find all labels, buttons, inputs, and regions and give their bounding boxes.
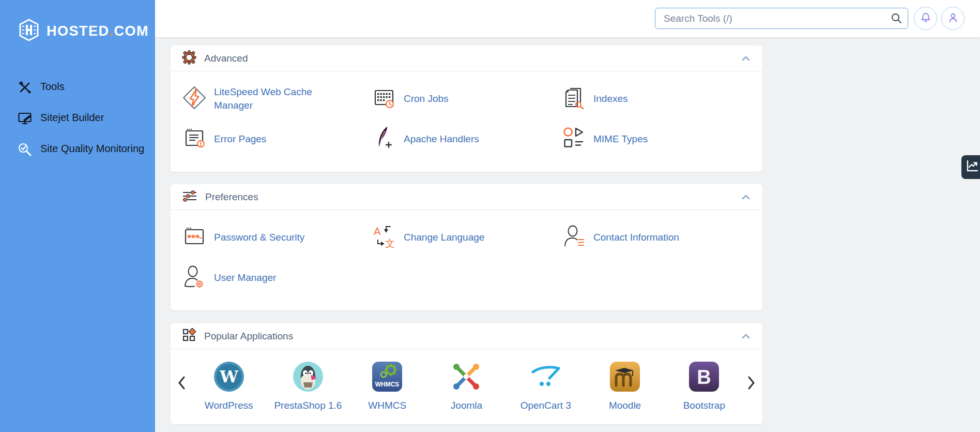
sidebar-item-sitejet-builder[interactable]: Sitejet Builder <box>0 103 155 135</box>
app-label: OpenCart 3 <box>520 400 571 411</box>
tool-label: LiteSpeed Web Cache Manager <box>214 85 333 112</box>
sliders-icon <box>182 189 197 205</box>
search-wrap <box>655 8 908 29</box>
tool-cron-jobs[interactable]: Cron Jobs <box>372 79 561 119</box>
mime-types-icon <box>561 126 586 153</box>
preferences-tools-grid: Password & Security A 文 Change Language <box>171 210 762 306</box>
svg-text:W: W <box>219 367 239 386</box>
search-input[interactable] <box>655 8 908 29</box>
cron-jobs-icon <box>372 85 396 112</box>
section-popular-applications: Popular Applications W <box>171 323 762 424</box>
apps-carousel: W WordPress <box>171 349 762 411</box>
app-label: Joomla <box>451 400 482 411</box>
app-moodle[interactable]: Moodle <box>585 361 664 411</box>
litespeed-icon <box>182 85 207 112</box>
app-whmcs[interactable]: WHMCS WHMCS <box>348 361 427 411</box>
tool-user-manager[interactable]: User Manager <box>182 258 372 298</box>
bootstrap-icon: B <box>688 361 720 393</box>
app-bootstrap[interactable]: B Bootstrap <box>665 361 744 411</box>
sidebar: HOSTED.COM Tools Sitejet <box>0 0 155 432</box>
tools-icon <box>18 80 32 97</box>
tool-label: Indexes <box>593 92 628 106</box>
prestashop-icon <box>292 361 324 393</box>
indexes-icon <box>561 85 586 112</box>
tool-change-language[interactable]: A 文 Change Language <box>372 217 561 258</box>
sidebar-item-site-quality-monitoring[interactable]: Site Quality Monitoring <box>0 135 155 166</box>
tool-label: Change Language <box>404 231 484 244</box>
app-label: WHMCS <box>368 400 406 411</box>
app-opencart[interactable]: OpenCart 3 <box>506 361 585 411</box>
gear-icon <box>182 50 196 67</box>
section-preferences: Preferences <box>171 184 762 310</box>
svg-text:文: 文 <box>385 237 395 249</box>
sidebar-item-label: Tools <box>40 79 65 94</box>
tool-apache-handlers[interactable]: Apache Handlers <box>372 119 561 159</box>
tool-error-pages[interactable]: Error Pages <box>182 119 372 159</box>
tool-password-security[interactable]: Password & Security <box>182 217 372 258</box>
top-header <box>155 0 980 37</box>
sidebar-menu: Tools Sitejet Builder Site Quality Mon <box>0 72 155 166</box>
site-stats-tab[interactable] <box>961 155 980 179</box>
tool-label: Password & Security <box>214 231 304 244</box>
apps-grid-icon <box>182 328 196 345</box>
advanced-tools-grid: LiteSpeed Web Cache Manager <box>171 71 762 168</box>
tool-label: MIME Types <box>593 132 648 146</box>
search-icon[interactable] <box>891 12 902 26</box>
svg-text:B: B <box>697 366 711 388</box>
contact-icon <box>561 224 586 251</box>
collapse-preferences-button[interactable] <box>741 193 751 201</box>
tool-label: Cron Jobs <box>404 92 449 106</box>
collapse-advanced-button[interactable] <box>741 55 751 62</box>
tool-mime-types[interactable]: MIME Types <box>561 119 751 159</box>
collapse-popular-applications-button[interactable] <box>741 333 751 340</box>
line-chart-icon <box>966 159 979 175</box>
hosted-hexagon-logo-icon <box>18 19 40 43</box>
sidebar-item-tools[interactable]: Tools <box>0 72 155 103</box>
app-label: Moodle <box>609 400 641 411</box>
magnifier-check-icon <box>18 142 32 159</box>
carousel-prev-button[interactable] <box>174 375 189 391</box>
app-wordpress[interactable]: W WordPress <box>189 361 268 411</box>
app-label: Bootstrap <box>683 400 725 411</box>
section-header-advanced: Advanced <box>171 46 762 71</box>
sidebar-item-label: Site Quality Monitoring <box>40 141 144 156</box>
tool-label: Error Pages <box>214 132 266 146</box>
logo[interactable]: HOSTED.COM <box>18 19 155 43</box>
app-joomla[interactable]: Joomla <box>427 361 506 411</box>
section-title: Advanced <box>204 53 248 64</box>
tool-contact-information[interactable]: Contact Information <box>561 217 751 258</box>
carousel-next-button[interactable] <box>744 375 759 391</box>
section-advanced: Advanced LiteSpeed Web Cache Manager <box>171 46 762 172</box>
whmcs-icon: WHMCS <box>371 361 403 393</box>
main-content: Advanced LiteSpeed Web Cache Manager <box>155 37 980 432</box>
tool-indexes[interactable]: Indexes <box>561 79 751 119</box>
tool-litespeed-web-cache-manager[interactable]: LiteSpeed Web Cache Manager <box>182 79 372 119</box>
user-manager-icon <box>182 264 207 291</box>
apache-feather-icon <box>372 126 396 153</box>
tool-label: User Manager <box>214 271 276 285</box>
language-icon: A 文 <box>372 224 396 251</box>
opencart-icon <box>530 361 562 393</box>
tool-label: Contact Information <box>593 231 679 244</box>
svg-text:A: A <box>374 225 381 237</box>
account-button[interactable] <box>941 7 964 30</box>
moodle-icon <box>609 361 641 393</box>
wordpress-icon: W <box>213 361 245 393</box>
monitor-pen-icon <box>18 111 32 128</box>
bell-icon <box>920 12 931 25</box>
app-label: PrestaShop 1.6 <box>274 400 342 411</box>
apps-row: W WordPress <box>189 361 744 411</box>
section-header-popular-applications: Popular Applications <box>171 323 762 349</box>
joomla-icon <box>450 361 482 393</box>
app-prestashop[interactable]: PrestaShop 1.6 <box>268 361 347 411</box>
password-icon <box>182 224 207 251</box>
tool-label: Apache Handlers <box>404 132 479 146</box>
notifications-button[interactable] <box>914 7 937 30</box>
section-title: Preferences <box>205 191 258 203</box>
section-header-preferences: Preferences <box>171 184 762 210</box>
logo-text: HOSTED.COM <box>47 23 149 39</box>
sidebar-item-label: Sitejet Builder <box>40 110 104 125</box>
app-label: WordPress <box>205 400 253 411</box>
svg-text:WHMCS: WHMCS <box>375 381 400 388</box>
section-title: Popular Applications <box>204 331 293 342</box>
